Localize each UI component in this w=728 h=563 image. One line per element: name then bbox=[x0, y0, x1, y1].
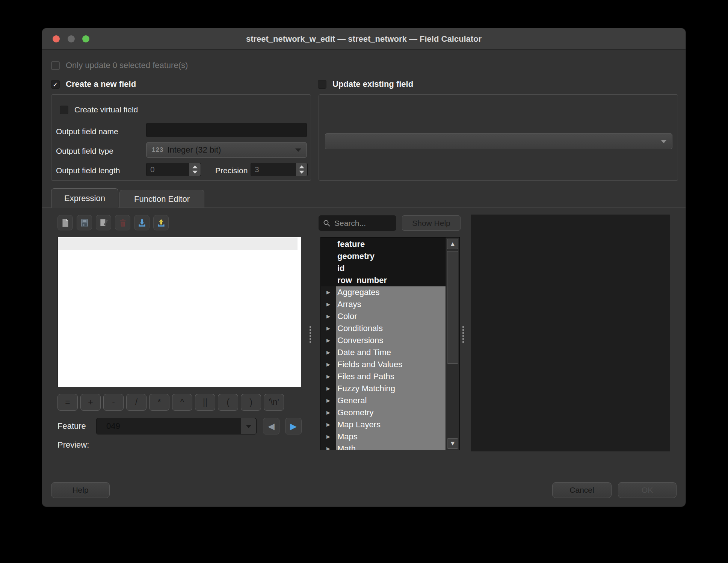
list-item-group-conversions[interactable]: ▶Conversions bbox=[321, 334, 446, 347]
list-item-group-map-layers[interactable]: ▶Map Layers bbox=[321, 419, 446, 431]
group-label: Fields and Values bbox=[336, 359, 446, 371]
group-label: Conversions bbox=[336, 334, 446, 347]
export-expression-button[interactable] bbox=[153, 215, 169, 230]
operator-open-paren-button[interactable]: ( bbox=[218, 394, 238, 411]
import-expression-button[interactable] bbox=[134, 215, 150, 230]
group-label: Arrays bbox=[336, 298, 446, 310]
output-field-length-stepper[interactable]: 0 bbox=[146, 163, 201, 176]
new-field-groupbox: Create virtual field Output field name O… bbox=[51, 94, 311, 181]
operator-close-paren-button[interactable]: ) bbox=[241, 394, 261, 411]
scroll-up-icon[interactable]: ▲ bbox=[447, 239, 458, 249]
list-item-group-arrays[interactable]: ▶Arrays bbox=[321, 298, 446, 310]
chevron-down-icon bbox=[246, 425, 252, 428]
operator-concat-button[interactable]: || bbox=[195, 394, 215, 411]
output-field-type-label: Output field type bbox=[56, 147, 113, 156]
stepper-arrows[interactable] bbox=[296, 163, 307, 176]
check-icon: ✓ bbox=[51, 80, 59, 89]
new-expression-button[interactable] bbox=[57, 215, 73, 230]
save-expression-button[interactable] bbox=[77, 215, 92, 230]
function-list-scrollbar[interactable]: ▲ ▼ bbox=[446, 238, 459, 450]
splitter-handle-right[interactable] bbox=[462, 326, 464, 343]
title-bar[interactable]: street_network_w_edit — street_network —… bbox=[42, 28, 686, 50]
ok-button[interactable]: OK bbox=[618, 482, 677, 498]
save-expression-icon bbox=[80, 218, 89, 228]
feature-label: Feature bbox=[57, 418, 86, 434]
only-update-selected-row: Only update 0 selected feature(s) bbox=[51, 60, 188, 71]
feature-value: 049 bbox=[106, 418, 120, 434]
list-item-group-maps[interactable]: ▶Maps bbox=[321, 431, 446, 443]
operator-minus-button[interactable]: - bbox=[103, 394, 124, 411]
operator-newline-button[interactable]: '\n' bbox=[264, 394, 284, 411]
scrollbar-thumb[interactable] bbox=[447, 251, 458, 364]
tab-function-editor[interactable]: Function Editor bbox=[119, 190, 204, 208]
splitter-handle-left[interactable] bbox=[310, 326, 311, 343]
list-item-group-files-and-paths[interactable]: ▶Files and Paths bbox=[321, 371, 446, 383]
delete-expression-button[interactable] bbox=[115, 215, 130, 230]
zoom-button[interactable] bbox=[82, 35, 89, 42]
operator-equals-button[interactable]: = bbox=[57, 394, 78, 411]
search-input[interactable] bbox=[334, 219, 387, 228]
expand-arrow-icon: ▶ bbox=[321, 371, 336, 383]
integer-type-icon: 123 bbox=[152, 146, 163, 154]
function-help-panel bbox=[471, 215, 670, 451]
output-field-length-label: Output field length bbox=[56, 166, 120, 175]
create-virtual-field-checkbox[interactable] bbox=[60, 106, 68, 114]
existing-field-dropdown[interactable] bbox=[325, 133, 672, 149]
list-item-group-math[interactable]: ▶Math bbox=[321, 443, 446, 450]
previous-feature-button[interactable]: ◀ bbox=[263, 418, 279, 434]
group-label: Fuzzy Matching bbox=[336, 383, 446, 395]
feature-dropdown-button[interactable] bbox=[241, 418, 256, 434]
list-item-variable-feature[interactable]: feature bbox=[321, 238, 446, 250]
list-item-group-geometry[interactable]: ▶Geometry bbox=[321, 407, 446, 419]
operator-plus-button[interactable]: + bbox=[80, 394, 101, 411]
output-field-type-dropdown[interactable]: 123 Integer (32 bit) bbox=[146, 142, 307, 158]
next-feature-button[interactable]: ▶ bbox=[285, 418, 302, 434]
list-item-group-aggregates[interactable]: ▶Aggregates bbox=[321, 286, 446, 298]
expression-editor[interactable] bbox=[57, 237, 301, 387]
feature-dropdown[interactable]: 049 bbox=[96, 418, 257, 434]
precision-stepper[interactable]: 3 bbox=[251, 163, 308, 176]
stepper-arrows[interactable] bbox=[189, 163, 201, 176]
list-item-group-general[interactable]: ▶General bbox=[321, 395, 446, 407]
precision-value: 3 bbox=[255, 163, 259, 176]
edit-expression-icon bbox=[99, 218, 109, 228]
search-box[interactable] bbox=[319, 215, 396, 231]
group-label: Maps bbox=[336, 431, 446, 443]
list-item-group-fields-and-values[interactable]: ▶Fields and Values bbox=[321, 359, 446, 371]
list-item-variable-row-number[interactable]: row_number bbox=[321, 274, 446, 286]
step-up-icon[interactable] bbox=[299, 165, 304, 168]
group-label: General bbox=[336, 395, 446, 407]
minimize-button[interactable] bbox=[68, 35, 75, 42]
tab-expression[interactable]: Expression bbox=[51, 188, 118, 208]
close-button[interactable] bbox=[53, 35, 60, 42]
chevron-down-icon bbox=[661, 140, 667, 143]
output-field-name-input[interactable] bbox=[146, 123, 307, 137]
scroll-down-icon[interactable]: ▼ bbox=[447, 438, 458, 449]
cancel-button[interactable]: Cancel bbox=[552, 482, 612, 498]
operator-divide-button[interactable]: / bbox=[126, 394, 147, 411]
only-update-checkbox[interactable] bbox=[51, 61, 60, 70]
list-item-group-conditionals[interactable]: ▶Conditionals bbox=[321, 322, 446, 334]
step-up-icon[interactable] bbox=[192, 165, 198, 168]
list-item-group-fuzzy-matching[interactable]: ▶Fuzzy Matching bbox=[321, 383, 446, 395]
expand-arrow-icon: ▶ bbox=[321, 298, 336, 310]
list-item-variable-geometry[interactable]: geometry bbox=[321, 250, 446, 262]
create-new-field-checkbox[interactable]: ✓ bbox=[51, 80, 60, 89]
operator-power-button[interactable]: ^ bbox=[172, 394, 192, 411]
expand-arrow-icon: ▶ bbox=[321, 334, 336, 347]
function-list: feature geometry id row_number ▶Aggregat… bbox=[320, 237, 460, 450]
help-button[interactable]: Help bbox=[51, 482, 110, 498]
edit-expression-button[interactable] bbox=[96, 215, 111, 230]
list-item-group-date-and-time[interactable]: ▶Date and Time bbox=[321, 347, 446, 359]
update-field-groupbox bbox=[319, 94, 678, 181]
expand-arrow-icon: ▶ bbox=[321, 407, 336, 419]
list-item-variable-id[interactable]: id bbox=[321, 262, 446, 274]
expand-arrow-icon: ▶ bbox=[321, 431, 336, 443]
operator-multiply-button[interactable]: * bbox=[149, 394, 169, 411]
step-down-icon[interactable] bbox=[192, 171, 198, 174]
update-existing-checkbox[interactable] bbox=[318, 80, 326, 89]
search-icon bbox=[323, 219, 331, 227]
step-down-icon[interactable] bbox=[299, 171, 304, 174]
show-help-button[interactable]: Show Help bbox=[402, 215, 461, 231]
list-item-group-color[interactable]: ▶Color bbox=[321, 310, 446, 322]
